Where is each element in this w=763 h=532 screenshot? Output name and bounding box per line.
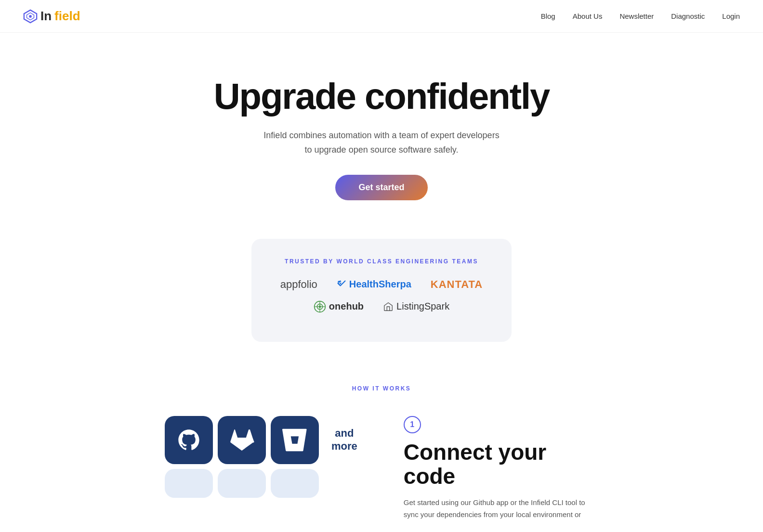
code-icons-row: and more bbox=[165, 416, 365, 464]
gitlab-icon-box bbox=[218, 416, 266, 464]
code-icons-row2 bbox=[165, 469, 365, 498]
hero-subtext: Infield combines automation with a team … bbox=[12, 128, 751, 157]
nav-link-about[interactable]: About Us bbox=[573, 12, 603, 20]
how-content: and more 1 Connect your code Get started… bbox=[165, 416, 598, 521]
main-nav: Infield Blog About Us Newsletter Diagnos… bbox=[0, 0, 763, 33]
logo-onehub: onehub bbox=[314, 300, 364, 313]
nav-link-diagnostic[interactable]: Diagnostic bbox=[671, 12, 705, 20]
svg-point-8 bbox=[318, 305, 321, 308]
logo-icon bbox=[23, 9, 38, 24]
gitlab-icon bbox=[229, 428, 254, 453]
trusted-label: TRUSTED BY WORLD CLASS ENGINEERING TEAMS bbox=[280, 258, 483, 265]
trusted-logos-row1: appfolio HealthSherpa KANTATA bbox=[280, 278, 483, 291]
placeholder-icon-3 bbox=[271, 469, 319, 498]
hero-headline: Upgrade confidently bbox=[12, 76, 751, 117]
placeholder-icon-1 bbox=[165, 469, 213, 498]
logo-kantata: KANTATA bbox=[431, 278, 483, 291]
listingspark-icon bbox=[383, 301, 394, 312]
nav-links-list: Blog About Us Newsletter Diagnostic Logi… bbox=[541, 12, 740, 21]
trusted-section: TRUSTED BY WORLD CLASS ENGINEERING TEAMS… bbox=[251, 239, 512, 342]
step-description: Get started using our Github app or the … bbox=[404, 496, 598, 521]
how-it-works-label: HOW IT WORKS bbox=[23, 385, 740, 392]
how-icons-column: and more bbox=[165, 416, 365, 498]
placeholder-icon-2 bbox=[218, 469, 266, 498]
how-it-works-section: HOW IT WORKS bbox=[0, 351, 763, 532]
logo[interactable]: Infield bbox=[23, 9, 80, 24]
nav-link-newsletter[interactable]: Newsletter bbox=[619, 12, 654, 20]
svg-point-2 bbox=[29, 15, 32, 18]
logo-appfolio: appfolio bbox=[280, 278, 317, 291]
trusted-logos-row2: onehub ListingSpark bbox=[280, 300, 483, 313]
and-more-label: and more bbox=[324, 416, 365, 464]
healthsherpa-icon bbox=[337, 280, 346, 289]
step-title: Connect your code bbox=[404, 440, 598, 489]
nav-link-login[interactable]: Login bbox=[722, 12, 740, 20]
github-icon bbox=[176, 428, 201, 453]
logo-listingspark: ListingSpark bbox=[383, 301, 449, 312]
get-started-button[interactable]: Get started bbox=[335, 175, 427, 200]
github-icon-box bbox=[165, 416, 213, 464]
logo-text-suffix: field bbox=[54, 9, 80, 24]
bitbucket-icon bbox=[282, 428, 307, 453]
onehub-icon bbox=[314, 300, 326, 313]
logo-healthsherpa: HealthSherpa bbox=[337, 279, 411, 290]
how-text-column: 1 Connect your code Get started using ou… bbox=[404, 416, 598, 521]
nav-link-blog[interactable]: Blog bbox=[541, 12, 555, 20]
logo-text-prefix: In bbox=[40, 9, 52, 24]
hero-section: Upgrade confidently Infield combines aut… bbox=[0, 33, 763, 229]
step-number: 1 bbox=[404, 416, 421, 433]
bitbucket-icon-box bbox=[271, 416, 319, 464]
